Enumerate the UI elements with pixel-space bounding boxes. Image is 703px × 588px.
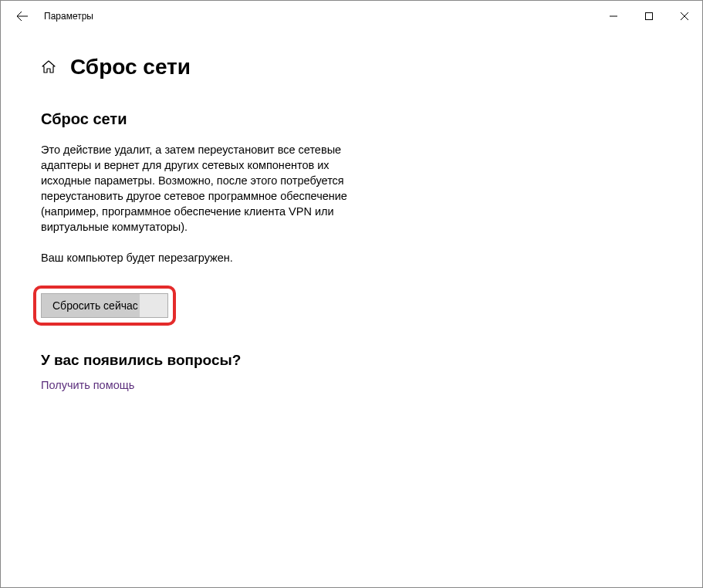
reset-now-button[interactable]: Сбросить сейчас <box>41 293 168 318</box>
titlebar: Параметры <box>1 1 702 32</box>
reboot-notice: Ваш компьютер будет перезагружен. <box>41 250 380 265</box>
maximize-icon <box>645 12 653 20</box>
svg-rect-0 <box>646 13 653 20</box>
highlight-box: Сбросить сейчас <box>33 286 176 326</box>
maximize-button[interactable] <box>631 1 667 32</box>
content-area: Сброс сети Сброс сети Это действие удали… <box>1 32 495 407</box>
page-header: Сброс сети <box>41 55 464 79</box>
section-heading: Сброс сети <box>41 110 464 128</box>
arrow-left-icon <box>16 10 29 22</box>
description-text: Это действие удалит, а затем переустанов… <box>41 142 380 235</box>
minimize-icon <box>610 12 617 20</box>
home-button[interactable] <box>41 59 56 75</box>
home-icon <box>41 59 56 75</box>
window-controls <box>596 1 702 32</box>
back-button[interactable] <box>10 4 35 29</box>
questions-heading: У вас появились вопросы? <box>41 352 464 369</box>
page-title: Сброс сети <box>70 55 191 79</box>
close-icon <box>681 12 688 20</box>
close-button[interactable] <box>667 1 702 32</box>
window-title: Параметры <box>44 11 93 22</box>
minimize-button[interactable] <box>596 1 631 32</box>
get-help-link[interactable]: Получить помощь <box>41 379 134 391</box>
